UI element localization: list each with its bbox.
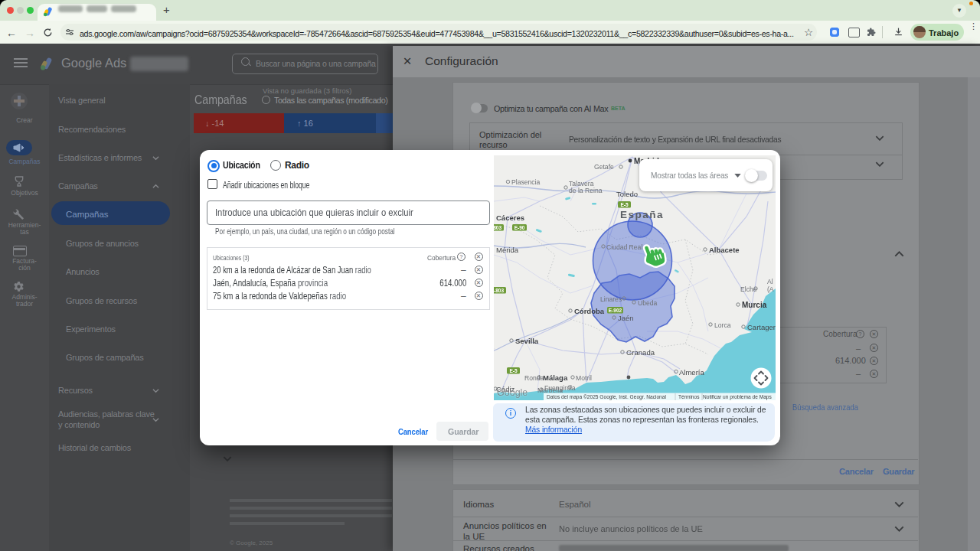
svg-text:Linares: Linares	[600, 295, 622, 303]
svg-text:Lorca: Lorca	[714, 321, 731, 329]
svg-text:Ciudad Real: Ciudad Real	[606, 243, 642, 251]
svg-text:Términos: Términos	[678, 394, 700, 399]
svg-text:de la Reina: de la Reina	[569, 187, 603, 194]
svg-text:Almería: Almería	[679, 368, 704, 377]
svg-text:Elche: Elche	[740, 285, 757, 293]
svg-text:Motril: Motril	[576, 374, 592, 382]
svg-text:Granada: Granada	[626, 348, 655, 357]
svg-text:Córdoba: Córdoba	[574, 307, 605, 315]
svg-text:-803: -803	[494, 288, 504, 293]
svg-text:Ronda: Ronda	[524, 374, 544, 382]
svg-text:Murcia: Murcia	[742, 301, 767, 309]
svg-text:Datos del mapa ©2025 Google, I: Datos del mapa ©2025 Google, Inst. Geogr…	[547, 394, 666, 400]
svg-text:E-902: E-902	[609, 308, 622, 313]
svg-text:Albacete: Albacete	[709, 246, 740, 254]
svg-text:Jaén: Jaén	[618, 314, 634, 322]
svg-text:Fuengirola: Fuengirola	[544, 384, 576, 392]
svg-text:Sevilla: Sevilla	[515, 337, 539, 345]
svg-text:Google: Google	[497, 387, 528, 398]
svg-text:E-5: E-5	[620, 202, 629, 207]
svg-text:Mérida: Mérida	[496, 246, 519, 254]
svg-text:Úbeda: Úbeda	[638, 299, 658, 307]
svg-text:Al: Al	[767, 278, 773, 285]
svg-text:E-90: E-90	[514, 225, 525, 230]
svg-text:Plasencia: Plasencia	[511, 178, 540, 186]
svg-text:Málaga: Málaga	[543, 373, 568, 382]
svg-text:(A: (A	[767, 285, 774, 293]
svg-text:España: España	[620, 209, 664, 220]
svg-text:Cartagena: Cartagena	[747, 323, 776, 331]
svg-text:Cáceres: Cáceres	[496, 214, 524, 222]
svg-text:-803: -803	[494, 225, 501, 230]
svg-text:Getafe: Getafe	[594, 163, 614, 171]
svg-text:Notificar un problema de Maps: Notificar un problema de Maps	[703, 394, 772, 400]
svg-text:Toledo: Toledo	[616, 190, 638, 198]
svg-text:E-5: E-5	[509, 368, 518, 373]
